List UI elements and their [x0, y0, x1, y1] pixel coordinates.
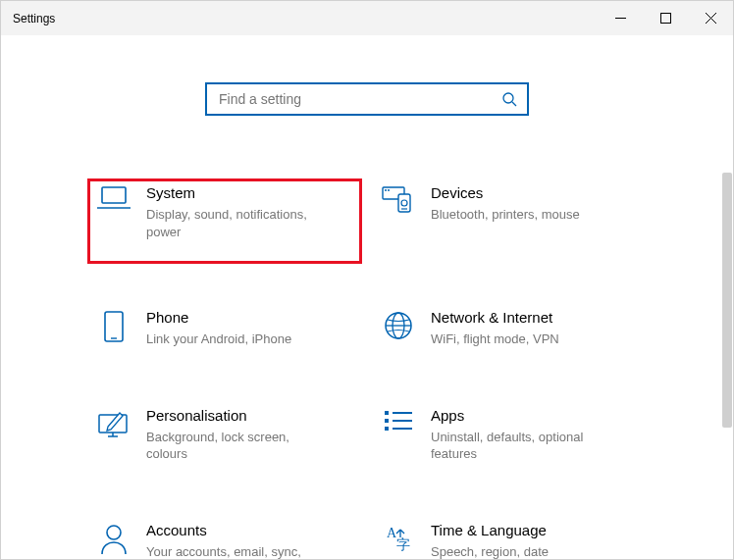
phone-icon — [95, 309, 132, 342]
close-icon — [706, 13, 716, 24]
category-time-language[interactable]: A字 Time & Language Speech, region, date — [372, 516, 647, 560]
category-title: Accounts — [146, 522, 333, 539]
svg-rect-26 — [385, 427, 389, 431]
category-accounts[interactable]: Accounts Your accounts, email, sync, wor… — [87, 516, 362, 560]
svg-point-28 — [107, 526, 121, 539]
search-icon — [501, 91, 517, 107]
content-area: System Display, sound, notifications, po… — [1, 35, 733, 559]
category-personalisation[interactable]: Personalisation Background, lock screen,… — [87, 401, 362, 477]
category-title: Time & Language — [431, 522, 549, 539]
svg-rect-6 — [102, 187, 126, 203]
globe-icon — [380, 309, 417, 340]
svg-rect-24 — [385, 419, 389, 423]
minimize-icon — [615, 13, 626, 24]
category-devices[interactable]: Devices Bluetooth, printers, mouse — [372, 178, 647, 264]
category-title: Devices — [431, 184, 580, 202]
category-apps[interactable]: Apps Uninstall, defaults, optional featu… — [372, 401, 647, 477]
pen-monitor-icon — [95, 407, 132, 438]
maximize-button[interactable] — [643, 1, 688, 35]
list-icon — [380, 407, 417, 433]
svg-point-9 — [385, 189, 387, 191]
svg-point-4 — [503, 93, 513, 103]
category-network[interactable]: Network & Internet WiFi, flight mode, VP… — [372, 303, 647, 362]
close-button[interactable] — [688, 1, 733, 35]
category-desc: WiFi, flight mode, VPN — [431, 331, 559, 348]
maximize-icon — [660, 13, 671, 24]
svg-rect-22 — [385, 411, 389, 415]
category-title: Network & Internet — [431, 309, 559, 327]
category-desc: Uninstall, defaults, optional features — [431, 429, 617, 463]
search-container — [1, 82, 733, 116]
category-title: Apps — [431, 407, 617, 425]
category-desc: Background, lock screen, colours — [146, 429, 333, 463]
category-title: System — [146, 184, 333, 202]
search-input[interactable] — [217, 90, 501, 108]
svg-line-5 — [512, 102, 516, 106]
category-system[interactable]: System Display, sound, notifications, po… — [87, 178, 362, 264]
svg-point-10 — [388, 189, 390, 191]
window-controls — [598, 1, 733, 35]
person-icon — [95, 522, 132, 555]
category-desc: Link your Android, iPhone — [146, 331, 291, 348]
devices-icon — [380, 184, 417, 214]
category-desc: Display, sound, notifications, power — [146, 206, 333, 240]
category-desc: Speech, region, date — [431, 543, 549, 560]
language-icon: A字 — [380, 522, 417, 553]
laptop-icon — [95, 184, 132, 210]
category-phone[interactable]: Phone Link your Android, iPhone — [87, 303, 362, 362]
minimize-button[interactable] — [598, 1, 643, 35]
category-title: Phone — [146, 309, 291, 327]
window-title: Settings — [13, 12, 55, 25]
category-desc: Bluetooth, printers, mouse — [431, 206, 580, 224]
vertical-scrollbar[interactable] — [722, 173, 732, 428]
categories-grid: System Display, sound, notifications, po… — [1, 178, 733, 560]
category-desc: Your accounts, email, sync, work, family — [146, 543, 333, 560]
settings-window: Settings — [0, 0, 734, 560]
search-box[interactable] — [205, 82, 529, 116]
svg-text:字: 字 — [396, 537, 410, 552]
titlebar: Settings — [1, 1, 733, 35]
category-title: Personalisation — [146, 407, 333, 425]
svg-rect-1 — [660, 14, 670, 24]
svg-rect-14 — [105, 312, 123, 341]
